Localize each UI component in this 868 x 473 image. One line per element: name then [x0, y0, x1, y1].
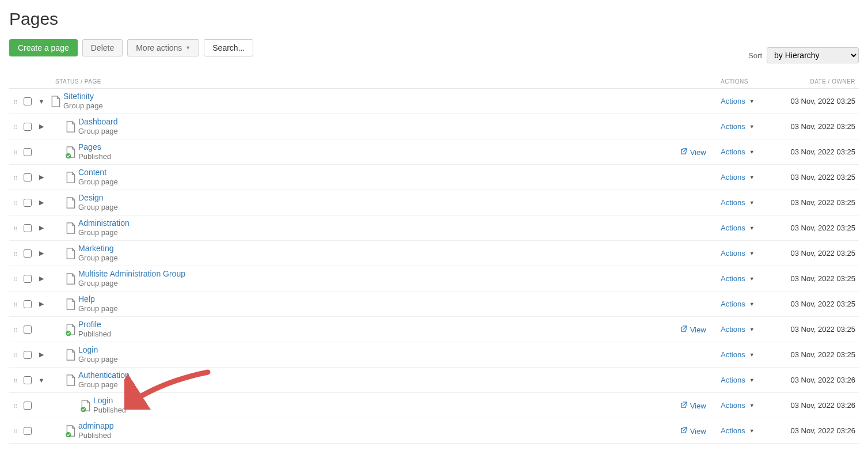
drag-handle[interactable] [9, 274, 21, 283]
page-name-link[interactable]: Help [78, 294, 680, 304]
caret-down-icon: ▼ [749, 149, 755, 155]
row-checkbox[interactable] [24, 97, 32, 105]
page-name-link[interactable]: Profile [78, 320, 680, 330]
drag-handle[interactable] [9, 401, 21, 410]
actions-label: Actions [721, 224, 745, 232]
page-name-link[interactable]: Design [78, 193, 680, 203]
delete-button[interactable]: Delete [82, 39, 123, 56]
drag-handle[interactable] [9, 147, 21, 157]
page-status-text: Group page [78, 203, 680, 212]
page-name-link[interactable]: Dashboard [78, 117, 680, 127]
table-row[interactable]: ▶DesignGroup pageActions▼03 Nov, 2022 03… [9, 190, 859, 215]
drag-handle[interactable] [9, 97, 21, 106]
page-name-link[interactable]: Administration [78, 218, 680, 228]
drag-handle[interactable] [9, 198, 21, 207]
expand-toggle[interactable]: ▶ [35, 351, 48, 358]
table-row[interactable]: adminappPublished ViewActions▼03 Nov, 20… [9, 418, 859, 444]
row-actions-menu[interactable]: Actions▼ [721, 274, 767, 283]
expand-toggle[interactable]: ▶ [35, 224, 48, 232]
page-name-link[interactable]: Pages [78, 142, 680, 152]
drag-handle[interactable] [9, 426, 21, 436]
expand-toggle[interactable]: ▶ [35, 123, 48, 130]
row-checkbox[interactable] [24, 402, 32, 410]
page-name-link[interactable]: Authentication [78, 370, 680, 380]
row-checkbox[interactable] [24, 148, 32, 156]
row-actions-menu[interactable]: Actions▼ [721, 198, 767, 207]
table-row[interactable]: ▶Multisite Administration GroupGroup pag… [9, 266, 859, 292]
view-link[interactable]: View [680, 147, 706, 157]
table-row[interactable]: ▶MarketingGroup pageActions▼03 Nov, 2022… [9, 241, 859, 266]
row-main: DesignGroup page [78, 193, 680, 211]
row-checkbox-cell [21, 402, 35, 410]
page-status-text: Group page [78, 279, 680, 288]
view-link[interactable]: View [680, 426, 706, 436]
row-actions-menu[interactable]: Actions▼ [721, 147, 767, 156]
row-checkbox[interactable] [24, 173, 32, 181]
table-row[interactable]: ▶ContentGroup pageActions▼03 Nov, 2022 0… [9, 165, 859, 190]
row-checkbox[interactable] [24, 123, 32, 131]
row-actions-menu[interactable]: Actions▼ [721, 224, 767, 232]
drag-handle[interactable] [9, 122, 21, 131]
row-main: ContentGroup page [78, 168, 680, 186]
row-checkbox[interactable] [24, 249, 32, 258]
create-page-button[interactable]: Create a page [9, 39, 78, 56]
view-cell: View [680, 401, 721, 410]
table-row[interactable]: ▼SitefinityGroup pageActions▼03 Nov, 202… [9, 89, 859, 114]
table-row[interactable]: ▶DashboardGroup pageActions▼03 Nov, 2022… [9, 114, 859, 139]
collapse-toggle[interactable]: ▼ [35, 98, 48, 105]
row-actions-menu[interactable]: Actions▼ [721, 350, 767, 359]
row-actions-menu[interactable]: Actions▼ [721, 97, 767, 105]
drag-handle[interactable] [9, 224, 21, 233]
search-button[interactable]: Search... [204, 39, 253, 56]
page-name-link[interactable]: adminapp [78, 421, 680, 431]
page-name-link[interactable]: Marketing [78, 244, 680, 253]
row-checkbox[interactable] [24, 326, 32, 334]
drag-handle[interactable] [9, 325, 21, 334]
row-actions-menu[interactable]: Actions▼ [721, 426, 767, 435]
expand-toggle[interactable]: ▶ [35, 275, 48, 282]
table-row[interactable]: ProfilePublished ViewActions▼03 Nov, 202… [9, 317, 859, 342]
row-actions-menu[interactable]: Actions▼ [721, 249, 767, 258]
expand-toggle[interactable]: ▶ [35, 300, 48, 308]
rows-container: ▼SitefinityGroup pageActions▼03 Nov, 202… [9, 89, 859, 444]
table-row[interactable]: LoginPublished ViewActions▼03 Nov, 2022 … [9, 393, 859, 418]
row-actions-menu[interactable]: Actions▼ [721, 300, 767, 308]
view-link[interactable]: View [680, 401, 706, 410]
row-checkbox[interactable] [24, 199, 32, 207]
expand-toggle[interactable]: ▶ [35, 199, 48, 206]
row-actions-menu[interactable]: Actions▼ [721, 325, 767, 334]
row-actions-menu[interactable]: Actions▼ [721, 173, 767, 181]
row-actions-menu[interactable]: Actions▼ [721, 401, 767, 410]
row-checkbox[interactable] [24, 300, 32, 308]
expand-toggle[interactable]: ▶ [35, 249, 48, 257]
row-checkbox[interactable] [24, 351, 32, 359]
row-actions-menu[interactable]: Actions▼ [721, 376, 767, 384]
page-name-link[interactable]: Sitefinity [63, 92, 680, 101]
view-link[interactable]: View [680, 325, 706, 334]
actions-label: Actions [721, 198, 745, 207]
more-actions-button[interactable]: More actions ▼ [127, 39, 199, 56]
drag-handle[interactable] [9, 376, 21, 385]
table-row[interactable]: ▶AdministrationGroup pageActions▼03 Nov,… [9, 215, 859, 241]
drag-handle[interactable] [9, 173, 21, 182]
table-row[interactable]: ▼AuthenticationGroup pageActions▼03 Nov,… [9, 368, 859, 393]
row-checkbox[interactable] [24, 376, 32, 384]
table-row[interactable]: PagesPublished ViewActions▼03 Nov, 2022 … [9, 139, 859, 165]
sort-select[interactable]: by Hierarchy [767, 47, 859, 63]
row-actions-menu[interactable]: Actions▼ [721, 122, 767, 131]
expand-toggle[interactable]: ▶ [35, 173, 48, 181]
row-checkbox[interactable] [24, 275, 32, 283]
drag-handle[interactable] [9, 350, 21, 360]
group-page-icon [63, 298, 78, 311]
page-name-link[interactable]: Login [78, 345, 680, 355]
table-row[interactable]: ▶HelpGroup pageActions▼03 Nov, 2022 03:2… [9, 292, 859, 317]
drag-handle[interactable] [9, 249, 21, 258]
row-checkbox[interactable] [24, 224, 32, 232]
page-name-link[interactable]: Content [78, 168, 680, 177]
collapse-toggle[interactable]: ▼ [35, 377, 48, 384]
table-row[interactable]: ▶LoginGroup pageActions▼03 Nov, 2022 03:… [9, 342, 859, 368]
page-name-link[interactable]: Login [93, 396, 680, 406]
page-name-link[interactable]: Multisite Administration Group [78, 269, 680, 279]
row-checkbox[interactable] [24, 427, 32, 435]
drag-handle[interactable] [9, 300, 21, 309]
